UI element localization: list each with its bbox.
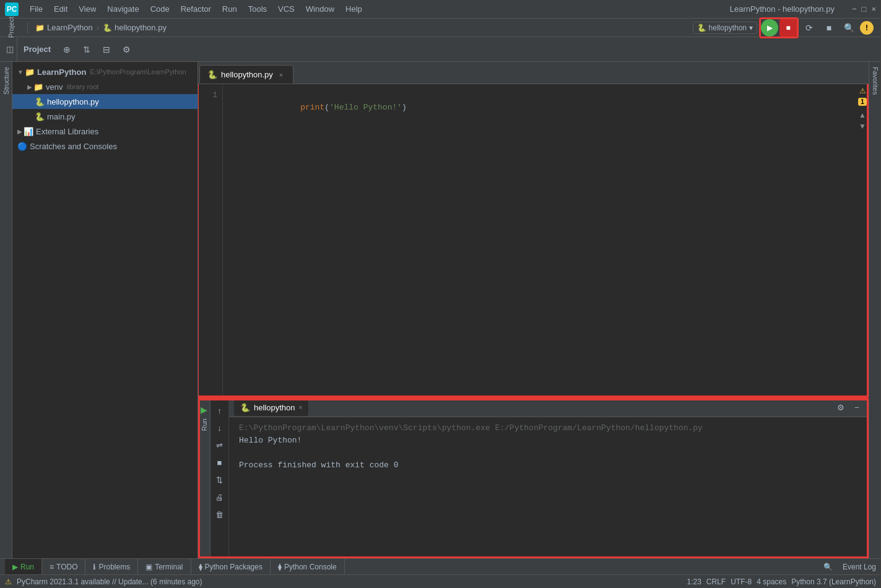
editor-tab-hellopython[interactable]: 🐍 hellopython.py × [199, 65, 293, 84]
menu-edit[interactable]: Edit [49, 2, 72, 15]
run-tab-close[interactable]: × [299, 404, 303, 411]
menu-refactor[interactable]: Refactor [176, 2, 216, 15]
maximize-button[interactable]: □ [862, 4, 867, 14]
coverage-button[interactable]: ⟳ [801, 19, 818, 37]
search-button[interactable]: 🔍 [840, 19, 857, 37]
wrap-tool[interactable]: ⇌ [213, 438, 227, 452]
output-line-blank [239, 447, 859, 459]
run-output: E:\PythonProgram\LearnPython\venv\Script… [229, 417, 869, 558]
rerun-tool[interactable]: ⇅ [213, 473, 227, 486]
collapse-all-button[interactable]: ⊟ [98, 41, 115, 58]
search-event-icon[interactable]: 🔍 [823, 563, 833, 571]
tree-external-libs[interactable]: ▶ 📊 External Libraries [12, 124, 197, 139]
breadcrumb-bar: Project 📁 LearnPython › 🐍 hellopython.py… [0, 19, 881, 37]
menu-help[interactable]: Help [341, 2, 367, 15]
scroll-up-arrow[interactable]: ▲ [859, 111, 866, 119]
sync-button[interactable]: ⇅ [78, 41, 95, 58]
run-panel: ▶ Run ↑ ↓ ⇌ ■ ⇅ 🖨 🗑 [198, 397, 869, 558]
status-todo-tab[interactable]: ≡ TODO [42, 559, 85, 575]
menu-code[interactable]: Code [145, 2, 175, 15]
tree-scratches[interactable]: 🔵 Scratches and Consoles [12, 139, 197, 153]
scroll-down-tool[interactable]: ↓ [213, 421, 227, 435]
external-libs-label: External Libraries [36, 127, 98, 136]
tab-close-button[interactable]: × [277, 71, 285, 79]
tab-label: hellopython.py [221, 70, 273, 79]
status-packages-tab[interactable]: ⧫ Python Packages [191, 559, 271, 575]
project-root-label: LearnPython [37, 67, 86, 77]
print-tool[interactable]: 🖨 [213, 490, 227, 504]
run-tab-play-icon: ▶ [12, 563, 18, 571]
run-tab-icon: 🐍 [240, 403, 250, 412]
menu-navigate[interactable]: Navigate [102, 2, 144, 15]
editor-tab-bar: 🐍 hellopython.py × [198, 62, 869, 84]
venv-sublabel: library root [66, 83, 98, 90]
update-message[interactable]: PyCharm 2021.3.1 available // Update... … [17, 577, 202, 586]
run-config-dropdown[interactable]: 🐍 hellopython ▾ [693, 22, 757, 34]
left-panel-icon[interactable]: ◫ [5, 37, 17, 61]
run-hellopython-tab[interactable]: 🐍 hellopython × [234, 400, 308, 416]
menu-run[interactable]: Run [217, 2, 242, 15]
chevron-down-icon: ▾ [749, 24, 753, 32]
project-panel-toggle[interactable]: Project [7, 17, 15, 38]
problems-icon: ℹ [93, 563, 96, 571]
event-log-label[interactable]: Event Log [843, 563, 876, 571]
run-panel-label[interactable]: Run [199, 415, 209, 435]
favorites-label[interactable]: Favorites [870, 62, 880, 100]
code-string: 'Hello Python!' [329, 103, 402, 112]
left-strip: Structure [0, 62, 12, 558]
menu-tools[interactable]: Tools [243, 2, 272, 15]
minimize-button[interactable]: − [852, 4, 857, 14]
scroll-down-arrow[interactable]: ▼ [859, 122, 866, 131]
structure-label[interactable]: Structure [1, 62, 11, 100]
run-button[interactable]: ▶ [761, 19, 778, 37]
update-notification[interactable]: ! [860, 21, 874, 35]
minimize-panel[interactable]: − [850, 401, 864, 415]
stop-button[interactable]: ■ [779, 19, 797, 37]
scroll-up-tool[interactable]: ↑ [213, 404, 227, 417]
warning-count-badge: 1 [858, 98, 867, 106]
menu-bar: PC File Edit View Navigate Code Refactor… [0, 0, 881, 19]
tab-python-icon: 🐍 [207, 70, 217, 79]
breadcrumb-file[interactable]: 🐍 hellopython.py [103, 23, 167, 32]
indent-setting[interactable]: 4 spaces [757, 577, 786, 586]
venv-label: venv [46, 82, 63, 92]
cursor-position[interactable]: 1:23 [687, 577, 701, 586]
output-line-exit: Process finished with exit code 0 [239, 459, 859, 472]
status-terminal-tab[interactable]: ▣ Terminal [138, 559, 191, 575]
editor-split: 1 print('Hello Python!') ⚠ 1 ▲ ▼ [198, 84, 869, 558]
menu-file[interactable]: File [25, 2, 48, 15]
breadcrumb-root[interactable]: 📁 LearnPython [35, 23, 93, 32]
tree-venv[interactable]: ▶ 📁 venv library root [12, 79, 197, 94]
line-ending[interactable]: CRLF [706, 577, 726, 586]
settings-tool[interactable]: ⚙ [834, 401, 848, 415]
tree-main[interactable]: 🐍 main.py [12, 109, 197, 124]
encoding[interactable]: UTF-8 [731, 577, 752, 586]
toolbar: ◫ Project ⊕ ⇅ ⊟ ⚙ [0, 37, 881, 62]
stop-all-button[interactable]: ■ [820, 19, 838, 37]
python-file-icon-breadcrumb: 🐍 [103, 24, 112, 32]
run-icon[interactable]: ▶ [201, 405, 207, 415]
packages-label: Python Packages [205, 563, 263, 571]
status-run-tab[interactable]: ▶ Run [5, 559, 42, 575]
status-problems-tab[interactable]: ℹ Problems [85, 559, 138, 575]
right-strip: Favorites [869, 62, 881, 558]
menu-view[interactable]: View [74, 2, 101, 15]
code-content[interactable]: print('Hello Python!') [223, 84, 856, 397]
run-tab-text: Run [20, 563, 34, 571]
menu-vcs[interactable]: VCS [273, 2, 300, 15]
interpreter-label[interactable]: Python 3.7 (LearnPython) [791, 577, 876, 586]
toolbar-extras: ⟳ ■ 🔍 ! [801, 19, 874, 37]
close-tool[interactable]: 🗑 [213, 508, 227, 521]
menu-bar-right: LearnPython - hellopython.py − □ × [730, 4, 876, 14]
output-line-hello: Hello Python! [239, 435, 859, 447]
tree-root[interactable]: ▼ 📁 LearnPython E:\PythonProgram\LearnPy… [12, 64, 197, 79]
status-console-tab[interactable]: ⧫ Python Console [271, 559, 345, 575]
tree-hellopython[interactable]: 🐍 hellopython.py [12, 94, 197, 109]
menu-window[interactable]: Window [301, 2, 339, 15]
settings-button[interactable]: ⚙ [118, 41, 135, 58]
editor-right-gutter: ⚠ 1 ▲ ▼ [856, 84, 869, 397]
panel-icon: ◫ [6, 45, 14, 54]
add-item-button[interactable]: ⊕ [58, 41, 76, 58]
close-button[interactable]: × [871, 4, 876, 14]
stop-tool[interactable]: ■ [213, 456, 227, 469]
